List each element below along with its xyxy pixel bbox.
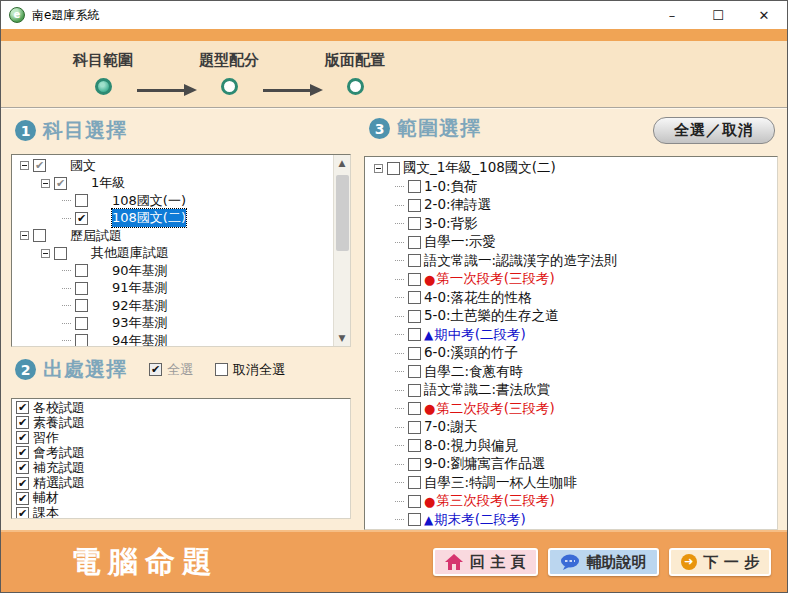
red-circle-icon: ● — [424, 272, 435, 287]
checkbox[interactable] — [387, 162, 400, 175]
range-tree-item[interactable]: 5-0:土芭樂的生存之道 — [370, 307, 777, 326]
range-tree-item[interactable]: 9-0:劉墉寓言作品選 — [370, 455, 777, 474]
subject-tree-item[interactable]: 90年基測 — [16, 262, 350, 280]
subject-tree-item[interactable]: 92年基測 — [16, 297, 350, 315]
checkbox[interactable] — [408, 495, 421, 508]
next-step-button[interactable]: ➜下 一 步 — [669, 548, 771, 576]
close-button[interactable]: ✕ — [741, 1, 787, 29]
checkbox[interactable] — [408, 365, 421, 378]
checkbox[interactable] — [408, 180, 421, 193]
source-list-item[interactable]: 課本 — [16, 506, 350, 519]
checkbox[interactable] — [408, 273, 421, 286]
checkbox[interactable] — [408, 291, 421, 304]
help-button[interactable]: 輔助說明 — [548, 548, 659, 576]
checkbox[interactable] — [408, 310, 421, 323]
checkbox[interactable] — [75, 264, 88, 277]
deselect-all-checkbox[interactable] — [215, 363, 228, 376]
scrollbar[interactable]: ▲ ▼ — [333, 155, 350, 346]
checkbox[interactable] — [408, 328, 421, 341]
subject-tree-item[interactable]: 94年基測 — [16, 332, 350, 347]
deselect-all-checkbox-group[interactable]: 取消全選 — [215, 361, 285, 379]
home-button[interactable]: 回 主 頁 — [433, 548, 537, 576]
checkbox[interactable] — [408, 384, 421, 397]
checkbox[interactable] — [75, 282, 88, 295]
checkbox[interactable] — [16, 461, 29, 474]
select-all-checkbox[interactable] — [149, 363, 162, 376]
checkbox[interactable] — [408, 458, 421, 471]
source-list-item[interactable]: 素養試題 — [16, 415, 350, 430]
range-tree-item[interactable]: ▲期中考(二段考) — [370, 326, 777, 345]
subject-tree-item[interactable]: 108國文(一) — [16, 192, 350, 210]
range-tree-item[interactable]: 8-0:視力與偏見 — [370, 437, 777, 456]
source-list-item[interactable]: 輔材 — [16, 491, 350, 506]
checkbox[interactable] — [54, 177, 67, 190]
checkbox[interactable] — [16, 477, 29, 490]
checkbox[interactable] — [408, 421, 421, 434]
range-tree-item[interactable]: 自學二:食蔥有時 — [370, 363, 777, 382]
collapse-expander-icon[interactable] — [20, 161, 29, 170]
checkbox[interactable] — [408, 476, 421, 489]
range-tree-item[interactable]: 語文常識二:書法欣賞 — [370, 381, 777, 400]
range-tree-item[interactable]: 語文常識一:認識漢字的造字法則 — [370, 252, 777, 271]
range-tree-item[interactable]: 3-0:背影 — [370, 215, 777, 234]
checkbox[interactable] — [75, 299, 88, 312]
checkbox[interactable] — [16, 401, 29, 414]
range-tree-item[interactable]: ●第三次段考(三段考) — [370, 492, 777, 511]
checkbox[interactable] — [408, 217, 421, 230]
checkbox[interactable] — [16, 492, 29, 505]
select-all-toggle-button[interactable]: 全選／取消 — [653, 117, 775, 144]
checkbox[interactable] — [408, 236, 421, 249]
collapse-expander-icon[interactable] — [41, 179, 50, 188]
checkbox[interactable] — [408, 439, 421, 452]
subject-tree[interactable]: ▲ ▼ 國文1年級108國文(一)108國文(二)歷屆試題其他題庫試題90年基測… — [11, 154, 351, 347]
checkbox[interactable] — [408, 347, 421, 360]
subject-tree-item[interactable]: 歷屆試題 — [16, 227, 350, 245]
checkbox[interactable] — [408, 199, 421, 212]
checkbox[interactable] — [33, 159, 46, 172]
subject-tree-item[interactable]: 1年級 — [16, 175, 350, 193]
subject-tree-item[interactable]: 93年基測 — [16, 315, 350, 333]
checkbox[interactable] — [75, 334, 88, 347]
range-tree-item[interactable]: ▲期末考(二段考) — [370, 511, 777, 530]
checkbox[interactable] — [33, 229, 46, 242]
select-all-checkbox-group[interactable]: 全選 — [149, 361, 193, 379]
tree-connector — [395, 519, 404, 520]
subject-tree-item[interactable]: 其他題庫試題 — [16, 245, 350, 263]
checkbox[interactable] — [408, 402, 421, 415]
checkbox[interactable] — [408, 254, 421, 267]
scroll-down-icon[interactable]: ▼ — [334, 330, 350, 346]
range-tree-item[interactable]: ●第二次段考(三段考) — [370, 400, 777, 419]
checkbox[interactable] — [408, 513, 421, 526]
collapse-expander-icon[interactable] — [374, 164, 383, 173]
minimize-button[interactable]: – — [649, 1, 695, 29]
range-tree-item[interactable]: 自學一:示愛 — [370, 233, 777, 252]
range-tree-item[interactable]: 1-0:負荷 — [370, 178, 777, 197]
maximize-button[interactable]: ☐ — [695, 1, 741, 29]
checkbox[interactable] — [16, 416, 29, 429]
scroll-up-icon[interactable]: ▲ — [334, 155, 350, 171]
collapse-expander-icon[interactable] — [20, 231, 29, 240]
source-list-item[interactable]: 精選試題 — [16, 475, 350, 490]
range-tree-item[interactable]: ●第一次段考(三段考) — [370, 270, 777, 289]
checkbox[interactable] — [54, 247, 67, 260]
checkbox[interactable] — [16, 507, 29, 519]
range-tree-item[interactable]: 7-0:謝天 — [370, 418, 777, 437]
subject-tree-item[interactable]: 108國文(二) — [16, 210, 350, 228]
subject-tree-item[interactable]: 91年基測 — [16, 280, 350, 298]
checkbox[interactable] — [16, 431, 29, 444]
source-list[interactable]: 各校試題素養試題習作會考試題補充試題精選試題輔材課本 — [11, 398, 351, 519]
range-tree-item[interactable]: 6-0:溪頭的竹子 — [370, 344, 777, 363]
collapse-expander-icon[interactable] — [41, 249, 50, 258]
subject-tree-item[interactable]: 國文 — [16, 157, 350, 175]
scroll-thumb[interactable] — [336, 175, 349, 251]
checkbox[interactable] — [75, 212, 88, 225]
range-tree-item[interactable]: 自學三:特調一杯人生咖啡 — [370, 474, 777, 493]
next-arrow-icon: ➜ — [681, 554, 697, 570]
checkbox[interactable] — [75, 317, 88, 330]
checkbox[interactable] — [16, 446, 29, 459]
range-tree-item[interactable]: 4-0:落花生的性格 — [370, 289, 777, 308]
range-tree-item[interactable]: 國文_1年級_108國文(二) — [370, 159, 777, 178]
checkbox[interactable] — [75, 194, 88, 207]
range-tree[interactable]: 國文_1年級_108國文(二)1-0:負荷2-0:律詩選3-0:背影自學一:示愛… — [364, 156, 778, 530]
range-tree-item[interactable]: 2-0:律詩選 — [370, 196, 777, 215]
